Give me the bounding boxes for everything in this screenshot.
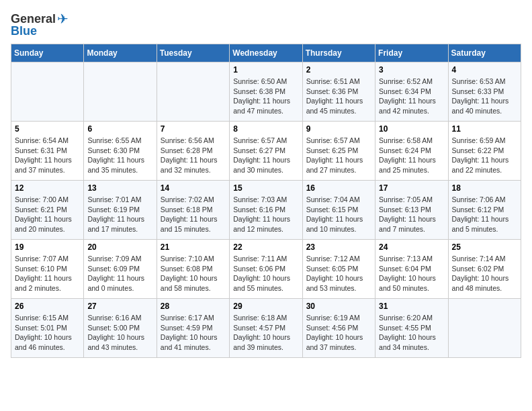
day-number: 29 xyxy=(233,302,298,311)
day-number: 13 xyxy=(87,183,152,193)
col-header-monday: Monday xyxy=(84,44,157,62)
day-number: 30 xyxy=(306,302,371,311)
calendar-cell: 3Sunrise: 6:52 AMSunset: 6:34 PMDaylight… xyxy=(375,62,448,122)
day-info: Sunrise: 6:57 AMSunset: 6:25 PMDaylight:… xyxy=(306,136,371,175)
day-number: 11 xyxy=(452,124,517,134)
calendar-cell xyxy=(84,62,157,122)
col-header-sunday: Sunday xyxy=(11,44,84,62)
logo-bird-icon: ✈ xyxy=(57,11,69,27)
day-number: 24 xyxy=(379,242,444,252)
calendar-cell: 5Sunrise: 6:54 AMSunset: 6:31 PMDaylight… xyxy=(11,122,84,181)
header-row: SundayMondayTuesdayWednesdayThursdayFrid… xyxy=(11,44,521,62)
calendar-cell: 13Sunrise: 7:01 AMSunset: 6:19 PMDayligh… xyxy=(84,181,157,240)
day-info: Sunrise: 7:12 AMSunset: 6:05 PMDaylight:… xyxy=(306,254,371,293)
day-info: Sunrise: 6:56 AMSunset: 6:28 PMDaylight:… xyxy=(161,136,226,175)
day-info: Sunrise: 6:59 AMSunset: 6:22 PMDaylight:… xyxy=(452,136,517,175)
col-header-thursday: Thursday xyxy=(302,44,375,62)
day-info: Sunrise: 6:17 AMSunset: 4:59 PMDaylight:… xyxy=(161,313,226,353)
day-info: Sunrise: 7:13 AMSunset: 6:04 PMDaylight:… xyxy=(379,254,444,293)
day-number: 26 xyxy=(15,302,80,311)
day-info: Sunrise: 7:04 AMSunset: 6:15 PMDaylight:… xyxy=(306,195,371,234)
calendar-cell: 30Sunrise: 6:19 AMSunset: 4:56 PMDayligh… xyxy=(302,299,375,358)
day-info: Sunrise: 6:20 AMSunset: 4:55 PMDaylight:… xyxy=(379,313,444,353)
calendar-cell: 31Sunrise: 6:20 AMSunset: 4:55 PMDayligh… xyxy=(375,299,448,358)
calendar-cell: 14Sunrise: 7:02 AMSunset: 6:18 PMDayligh… xyxy=(157,181,229,240)
calendar-cell: 18Sunrise: 7:06 AMSunset: 6:12 PMDayligh… xyxy=(448,181,521,240)
calendar-cell: 11Sunrise: 6:59 AMSunset: 6:22 PMDayligh… xyxy=(448,122,521,181)
calendar-table: SundayMondayTuesdayWednesdayThursdayFrid… xyxy=(11,44,521,358)
logo: General ✈ Blue xyxy=(11,11,69,38)
week-row-5: 26Sunrise: 6:15 AMSunset: 5:01 PMDayligh… xyxy=(11,299,521,358)
day-info: Sunrise: 6:54 AMSunset: 6:31 PMDaylight:… xyxy=(15,136,80,175)
day-number: 20 xyxy=(87,242,152,252)
day-number: 23 xyxy=(306,242,371,252)
calendar-cell: 15Sunrise: 7:03 AMSunset: 6:16 PMDayligh… xyxy=(230,181,302,240)
calendar-cell: 7Sunrise: 6:56 AMSunset: 6:28 PMDaylight… xyxy=(157,122,229,181)
calendar-cell: 24Sunrise: 7:13 AMSunset: 6:04 PMDayligh… xyxy=(375,240,448,299)
calendar-cell: 16Sunrise: 7:04 AMSunset: 6:15 PMDayligh… xyxy=(302,181,375,240)
day-info: Sunrise: 7:11 AMSunset: 6:06 PMDaylight:… xyxy=(233,254,298,293)
day-number: 12 xyxy=(15,183,80,193)
calendar-cell: 26Sunrise: 6:15 AMSunset: 5:01 PMDayligh… xyxy=(11,299,84,358)
day-info: Sunrise: 6:55 AMSunset: 6:30 PMDaylight:… xyxy=(87,136,152,175)
day-info: Sunrise: 6:15 AMSunset: 5:01 PMDaylight:… xyxy=(15,313,80,353)
calendar-cell: 28Sunrise: 6:17 AMSunset: 4:59 PMDayligh… xyxy=(157,299,229,358)
day-number: 8 xyxy=(233,124,298,134)
day-info: Sunrise: 7:06 AMSunset: 6:12 PMDaylight:… xyxy=(452,195,517,234)
day-info: Sunrise: 7:10 AMSunset: 6:08 PMDaylight:… xyxy=(161,254,226,293)
calendar-cell xyxy=(11,62,84,122)
day-number: 18 xyxy=(452,183,517,193)
day-number: 3 xyxy=(379,65,444,75)
day-info: Sunrise: 7:02 AMSunset: 6:18 PMDaylight:… xyxy=(161,195,226,234)
day-number: 10 xyxy=(379,124,444,134)
calendar-cell: 2Sunrise: 6:51 AMSunset: 6:36 PMDaylight… xyxy=(302,62,375,122)
day-info: Sunrise: 7:05 AMSunset: 6:13 PMDaylight:… xyxy=(379,195,444,234)
calendar-cell: 10Sunrise: 6:58 AMSunset: 6:24 PMDayligh… xyxy=(375,122,448,181)
calendar-cell: 21Sunrise: 7:10 AMSunset: 6:08 PMDayligh… xyxy=(157,240,229,299)
day-info: Sunrise: 6:57 AMSunset: 6:27 PMDaylight:… xyxy=(233,136,298,175)
day-info: Sunrise: 6:53 AMSunset: 6:33 PMDaylight:… xyxy=(452,77,517,116)
day-info: Sunrise: 6:16 AMSunset: 5:00 PMDaylight:… xyxy=(87,313,152,353)
day-number: 4 xyxy=(452,65,517,75)
day-number: 5 xyxy=(15,124,80,134)
day-info: Sunrise: 6:19 AMSunset: 4:56 PMDaylight:… xyxy=(306,313,371,353)
day-number: 9 xyxy=(306,124,371,134)
col-header-wednesday: Wednesday xyxy=(230,44,302,62)
day-info: Sunrise: 7:03 AMSunset: 6:16 PMDaylight:… xyxy=(233,195,298,234)
day-info: Sunrise: 7:01 AMSunset: 6:19 PMDaylight:… xyxy=(87,195,152,234)
day-number: 27 xyxy=(87,302,152,311)
calendar-cell xyxy=(157,62,229,122)
col-header-tuesday: Tuesday xyxy=(157,44,229,62)
day-number: 19 xyxy=(15,242,80,252)
calendar-cell: 4Sunrise: 6:53 AMSunset: 6:33 PMDaylight… xyxy=(448,62,521,122)
day-info: Sunrise: 7:07 AMSunset: 6:10 PMDaylight:… xyxy=(15,254,80,293)
day-number: 15 xyxy=(233,183,298,193)
calendar-cell: 20Sunrise: 7:09 AMSunset: 6:09 PMDayligh… xyxy=(84,240,157,299)
day-info: Sunrise: 7:00 AMSunset: 6:21 PMDaylight:… xyxy=(15,195,80,234)
day-number: 21 xyxy=(161,242,226,252)
calendar-cell: 23Sunrise: 7:12 AMSunset: 6:05 PMDayligh… xyxy=(302,240,375,299)
week-row-3: 12Sunrise: 7:00 AMSunset: 6:21 PMDayligh… xyxy=(11,181,521,240)
day-number: 1 xyxy=(233,65,298,75)
day-info: Sunrise: 7:09 AMSunset: 6:09 PMDaylight:… xyxy=(87,254,152,293)
calendar-cell: 12Sunrise: 7:00 AMSunset: 6:21 PMDayligh… xyxy=(11,181,84,240)
day-number: 25 xyxy=(452,242,517,252)
calendar-cell: 1Sunrise: 6:50 AMSunset: 6:38 PMDaylight… xyxy=(230,62,302,122)
col-header-friday: Friday xyxy=(375,44,448,62)
calendar-cell: 29Sunrise: 6:18 AMSunset: 4:57 PMDayligh… xyxy=(230,299,302,358)
day-number: 2 xyxy=(306,65,371,75)
logo-blue: Blue xyxy=(11,24,37,38)
col-header-saturday: Saturday xyxy=(448,44,521,62)
calendar-cell: 19Sunrise: 7:07 AMSunset: 6:10 PMDayligh… xyxy=(11,240,84,299)
calendar-cell: 6Sunrise: 6:55 AMSunset: 6:30 PMDaylight… xyxy=(84,122,157,181)
day-number: 28 xyxy=(161,302,226,311)
calendar-cell: 9Sunrise: 6:57 AMSunset: 6:25 PMDaylight… xyxy=(302,122,375,181)
day-number: 6 xyxy=(87,124,152,134)
day-number: 14 xyxy=(161,183,226,193)
calendar-cell: 17Sunrise: 7:05 AMSunset: 6:13 PMDayligh… xyxy=(375,181,448,240)
day-info: Sunrise: 7:14 AMSunset: 6:02 PMDaylight:… xyxy=(452,254,517,293)
day-number: 31 xyxy=(379,302,444,311)
page-header: General ✈ Blue xyxy=(11,11,521,38)
day-number: 17 xyxy=(379,183,444,193)
calendar-cell: 27Sunrise: 6:16 AMSunset: 5:00 PMDayligh… xyxy=(84,299,157,358)
